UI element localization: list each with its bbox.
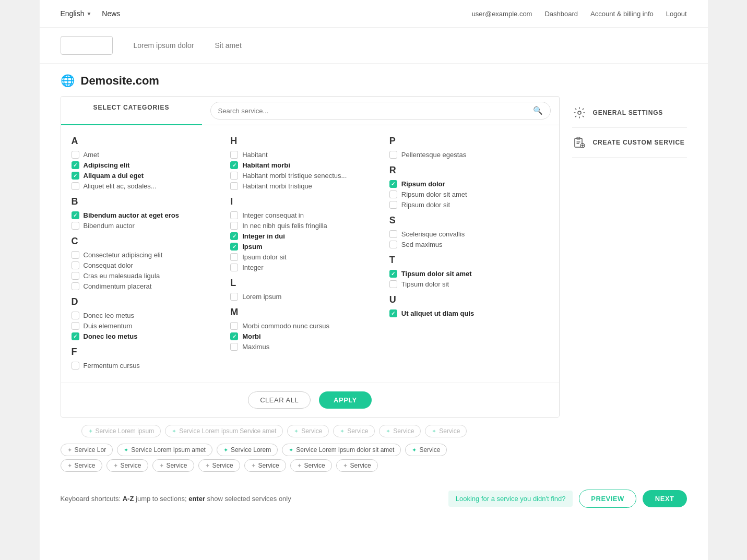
service-tags-row-faded: ✦Service Lorem ipsum ✦Service Lorem ipsu… [61, 422, 687, 440]
item-Habitant-morbi-tristique-s[interactable]: Habitant morbi tristique senectus... [230, 172, 384, 180]
section-T: T [389, 255, 543, 266]
category-panel: SELECT CATEGORIES 🔍 A Amet Adipiscing el… [61, 96, 560, 418]
item-Ripsum[interactable]: Ripsum dolor [389, 180, 543, 188]
category-column-1: A Amet Adipiscing elit Aliquam a dui ege… [72, 136, 231, 372]
apply-button[interactable]: APPLY [319, 391, 372, 409]
search-icon: 🔍 [533, 106, 543, 115]
action-bar: CLEAR ALL APPLY [61, 383, 559, 417]
item-Adipiscing[interactable]: Adipiscing elit [72, 161, 226, 169]
item-Aliquam[interactable]: Aliquam a dui eget [72, 172, 226, 180]
item-Tipsum[interactable]: Tipsum dolor sit amet [389, 270, 543, 278]
clear-all-button[interactable]: CLEAR ALL [248, 391, 311, 409]
item-Habitant-morbi[interactable]: Habitant morbi [230, 161, 384, 169]
item-Scelerisque[interactable]: Scelerisque convallis [389, 230, 543, 238]
tag-row3-7[interactable]: ✦Service [336, 459, 378, 472]
item-Bibendum-auctor-eget[interactable]: Bibendum auctor at eget eros [72, 211, 226, 219]
language-selector[interactable]: English ▼ [61, 9, 92, 18]
item-Integer-consequat[interactable]: Integer consequat in [230, 211, 384, 219]
section-L: L [230, 278, 384, 289]
item-Ripsum-sit[interactable]: Ripsum dolor sit [389, 201, 543, 209]
item-Donec2[interactable]: Donec leo metus [72, 332, 226, 340]
search-input[interactable] [218, 107, 529, 115]
service-tags-row-3: ✦Service ✦Service ✦Service ✦Service ✦Ser… [61, 459, 687, 472]
general-settings-item[interactable]: GENERAL SETTINGS [572, 98, 687, 128]
item-Ipsum-dolor[interactable]: Ipsum dolor sit [230, 253, 384, 261]
section-S: S [389, 215, 543, 226]
section-H: H [230, 136, 384, 147]
bottom-right: Looking for a service you didn't find? P… [448, 490, 687, 508]
category-panel-header: SELECT CATEGORIES [61, 97, 202, 125]
item-Bibendum-auctor[interactable]: Bibendum auctor [72, 222, 226, 230]
item-Ut-aliquet[interactable]: Ut aliquet ut diam quis [389, 309, 543, 317]
tag-service-lorem-ipsum-dolor-sit-amet[interactable]: ✦Service Lorem ipsum dolor sit amet [282, 444, 401, 456]
tag-row3-3[interactable]: ✦Service [152, 459, 194, 472]
item-Condimentum[interactable]: Condimentum placerat [72, 282, 226, 290]
section-B: B [72, 196, 226, 207]
sub-nav-link2[interactable]: Sit amet [215, 41, 241, 50]
item-Lorem[interactable]: Lorem ipsum [230, 293, 384, 301]
svg-point-0 [578, 111, 581, 114]
tag-faded-3[interactable]: ✦Service [287, 425, 329, 437]
sub-nav-link1[interactable]: Lorem ipsum dolor [134, 41, 194, 50]
item-Ipsum[interactable]: Ipsum [230, 243, 384, 251]
item-Integer[interactable]: Integer [230, 264, 384, 271]
keyboard-hint: Keyboard shortcuts: A-Z jump to sections… [61, 495, 291, 503]
item-Morbi[interactable]: Morbi [230, 332, 384, 340]
tag-service-lorem[interactable]: ✦Service Lorem [217, 444, 278, 456]
tag-row3-6[interactable]: ✦Service [290, 459, 332, 472]
tag-faded-2[interactable]: ✦Service Lorem ipsum Service amet [165, 425, 283, 437]
top-nav-left: English ▼ News [61, 9, 121, 18]
item-Pellentesque[interactable]: Pellentesque egestas [389, 151, 543, 159]
top-nav: English ▼ News user@example.com Dashboar… [40, 0, 708, 28]
item-Amet[interactable]: Amet [72, 151, 226, 159]
section-A: A [72, 136, 226, 147]
item-Maximus[interactable]: Maximus [230, 343, 384, 351]
create-custom-icon [572, 135, 587, 150]
tag-service-5[interactable]: ✦Service [405, 444, 447, 456]
item-Integer-in-dui[interactable]: Integer in dui [230, 232, 384, 240]
news-link[interactable]: News [102, 9, 120, 18]
item-Habitant[interactable]: Habitant [230, 151, 384, 159]
section-M: M [230, 307, 384, 318]
tag-faded-5[interactable]: ✦Service [379, 425, 421, 437]
item-Morbi-commodo[interactable]: Morbi commodo nunc cursus [230, 322, 384, 330]
language-label: English [61, 9, 85, 18]
preview-button[interactable]: PREVIEW [579, 490, 636, 508]
item-Donec1[interactable]: Donec leo metus [72, 312, 226, 319]
tag-row3-2[interactable]: ✦Service [106, 459, 148, 472]
item-Ripsum-sit-amet[interactable]: Ripsum dolor sit amet [389, 190, 543, 198]
category-column-3: P Pellentesque egestas R Ripsum dolor Ri… [389, 136, 549, 372]
top-nav-right: user@example.com Dashboard Account & bil… [472, 10, 687, 18]
right-sidebar: GENERAL SETTINGS CREATE CUSTOM SERVICE [572, 96, 687, 418]
section-C: C [72, 236, 226, 247]
item-Consectetur[interactable]: Consectetur adipiscing elit [72, 251, 226, 259]
tag-service-lorem-ipsum-amet[interactable]: ✦Service Lorem ipsum amet [117, 444, 212, 456]
tag-row3-4[interactable]: ✦Service [198, 459, 240, 472]
item-In-nec[interactable]: In nec nibh quis felis fringilla [230, 222, 384, 230]
item-Cras[interactable]: Cras eu malesuada ligula [72, 272, 226, 280]
item-Consequat[interactable]: Consequat dolor [72, 261, 226, 269]
section-R: R [389, 165, 543, 176]
logout-link[interactable]: Logout [666, 10, 687, 18]
tag-row3-1[interactable]: ✦Service [61, 459, 102, 472]
service-tags-section: ✦Service Lorem ipsum ✦Service Lorem ipsu… [40, 418, 708, 479]
item-Fermentum[interactable]: Fermentum cursus [72, 362, 226, 370]
item-Duis[interactable]: Duis elementum [72, 322, 226, 330]
logo-box [61, 36, 113, 55]
item-Tipsum-sit[interactable]: Tipsum dolor sit [389, 280, 543, 288]
create-custom-service-item[interactable]: CREATE CUSTOM SERVICE [572, 128, 687, 158]
billing-link[interactable]: Account & billing info [590, 10, 654, 18]
tag-faded-4[interactable]: ✦Service [333, 425, 375, 437]
item-Sed[interactable]: Sed maximus [389, 241, 543, 248]
item-Habitant-morbi-tristique[interactable]: Habitant morbi tristique [230, 182, 384, 190]
tag-faded-1[interactable]: ✦Service Lorem ipsum [81, 425, 161, 437]
tag-service-lor[interactable]: ✦Service Lor [61, 444, 113, 456]
tag-faded-6[interactable]: ✦Service [425, 425, 467, 437]
general-settings-label: GENERAL SETTINGS [593, 109, 663, 116]
item-Aliquet[interactable]: Aliquet elit ac, sodales... [72, 182, 226, 190]
section-U: U [389, 294, 543, 305]
next-button[interactable]: NEXT [643, 490, 687, 507]
globe-icon: 🌐 [61, 74, 75, 88]
dashboard-link[interactable]: Dashboard [544, 10, 578, 18]
tag-row3-5[interactable]: ✦Service [244, 459, 286, 472]
